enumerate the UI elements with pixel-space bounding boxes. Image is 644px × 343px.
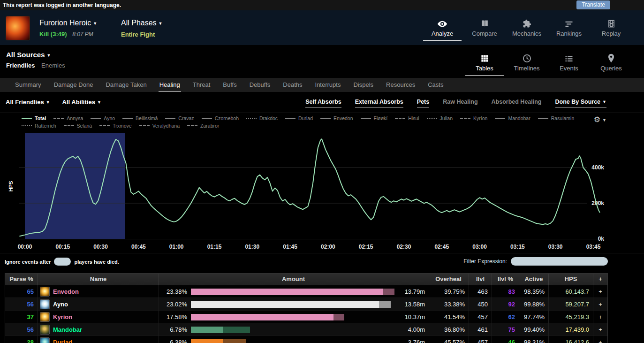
- column-header-ilvl[interactable]: Ilvl: [469, 274, 492, 285]
- chart-settings-button[interactable]: ⚙▼: [594, 115, 606, 124]
- legend-item[interactable]: Drakdoc: [246, 115, 278, 121]
- tab-damage-taken[interactable]: Damage Taken: [106, 78, 146, 92]
- expand-button[interactable]: +: [593, 298, 607, 311]
- column-header-name[interactable]: Name: [38, 274, 159, 285]
- nav-puzzle[interactable]: Mechanics: [506, 17, 548, 37]
- table-row[interactable]: 56Mandobar6.78%4.00m36.80%4617599.40%17,…: [5, 323, 607, 335]
- column-header-hps[interactable]: HPS: [549, 274, 593, 285]
- table-row[interactable]: 56Ayno23.02%13.58m33.38%4509299.88%59,20…: [5, 297, 607, 310]
- table-row[interactable]: 28Duriad6.38%3.76m45.57%4574698.31%16,41…: [5, 335, 607, 343]
- phase-dropdown[interactable]: All Phases▼: [121, 19, 163, 27]
- deaths-count-input[interactable]: [54, 258, 71, 266]
- friendlies-toggle[interactable]: Friendlies: [6, 62, 35, 69]
- column-header-ilvl[interactable]: Ilvl %: [492, 274, 519, 285]
- legend-label: Cravaz: [178, 115, 194, 121]
- player-name[interactable]: Envedon: [53, 288, 79, 295]
- legend-item[interactable]: Bellissimâ: [122, 115, 158, 121]
- legend-item[interactable]: Ayno: [91, 115, 115, 121]
- nav-rankings[interactable]: Rankings: [548, 17, 590, 37]
- player-name[interactable]: Duriad: [53, 339, 72, 343]
- abilities-filter-dropdown[interactable]: All Abilities▼: [62, 99, 101, 106]
- legend-item[interactable]: Julian: [427, 115, 453, 121]
- legend-item[interactable]: Cravaz: [165, 115, 194, 121]
- player-name[interactable]: Mandobar: [53, 326, 82, 333]
- toggle-pets[interactable]: Pets: [417, 99, 429, 107]
- amount-bar-absorb: [223, 339, 246, 343]
- view-pin[interactable]: Queries: [590, 52, 632, 72]
- translate-button[interactable]: Translate: [576, 0, 610, 9]
- enemies-toggle[interactable]: Enemies: [41, 62, 65, 69]
- column-header-expand[interactable]: +: [593, 274, 607, 285]
- active-percent: 99.88%: [519, 298, 549, 311]
- x-tick-label: 02:15: [359, 244, 373, 250]
- tab-summary[interactable]: Summary: [15, 78, 41, 92]
- legend-swatch: [202, 118, 212, 119]
- expand-button[interactable]: +: [593, 336, 607, 343]
- legend-item[interactable]: Trxmove: [99, 123, 131, 129]
- clock-icon: [523, 54, 531, 63]
- legend-item[interactable]: Zarabror: [187, 123, 219, 129]
- player-name-cell[interactable]: Kyríon: [38, 311, 159, 323]
- sources-dropdown[interactable]: All Sources▼: [6, 51, 51, 59]
- player-name[interactable]: Ayno: [53, 301, 68, 308]
- tab-resources[interactable]: Resources: [386, 78, 415, 92]
- phase-selector[interactable]: All Phases▼ Entire Fight: [121, 19, 163, 38]
- tab-dispels[interactable]: Dispels: [353, 78, 373, 92]
- toggle-external-absorbs[interactable]: External Absorbs: [355, 99, 403, 107]
- view-grid[interactable]: Tables: [463, 52, 506, 72]
- column-header-parse[interactable]: Parse %: [5, 274, 38, 285]
- selection-band[interactable]: [25, 133, 125, 239]
- legend-item[interactable]: Selanà: [64, 123, 92, 129]
- toggle-self-absorbs[interactable]: Self Absorbs: [305, 99, 341, 107]
- amount-cell: 6.38%3.76m: [159, 336, 428, 343]
- tab-deaths[interactable]: Deaths: [283, 78, 302, 92]
- legend-item[interactable]: Envedon: [320, 115, 353, 121]
- toggle-raw-healing[interactable]: Raw Healing: [443, 99, 477, 107]
- column-header-active[interactable]: Active: [519, 274, 549, 285]
- table-row[interactable]: 37Kyríon17.58%10.37m41.54%4576297.74%45,…: [5, 310, 607, 323]
- legend-item[interactable]: Czorneboh: [202, 115, 239, 121]
- tab-damage-done[interactable]: Damage Done: [54, 78, 93, 92]
- nav-eye[interactable]: Analyze: [421, 17, 463, 37]
- filter-expression-input[interactable]: [511, 257, 608, 266]
- nav-film[interactable]: Replay: [590, 17, 632, 37]
- toggle-absorbed-healing[interactable]: Absorbed Healing: [492, 99, 542, 107]
- expand-button[interactable]: +: [593, 311, 607, 323]
- tab-casts[interactable]: Casts: [428, 78, 443, 92]
- player-name-cell[interactable]: Duriad: [38, 336, 159, 343]
- legend-item[interactable]: Rasulamin: [538, 115, 575, 121]
- player-name-cell[interactable]: Ayno: [38, 298, 159, 311]
- nav-compare[interactable]: Compare: [463, 17, 506, 37]
- column-header-overheal[interactable]: Overheal: [428, 274, 469, 285]
- chart-legend: TotalAnnysaAynoBellissimâCravazCzorneboh…: [22, 115, 599, 129]
- boss-icon[interactable]: [6, 16, 30, 40]
- hps-chart[interactable]: 0k200k400k00:0000:1500:3000:4501:0001:15…: [0, 113, 644, 254]
- legend-item[interactable]: Annysa: [53, 115, 83, 121]
- fight-selector[interactable]: Furorion Heroic▼ Kill (3:49) 8:07 PM: [39, 19, 97, 38]
- tab-debuffs[interactable]: Debuffs: [250, 78, 271, 92]
- view-clock[interactable]: Timelines: [506, 52, 548, 72]
- column-header-amount[interactable]: Amount: [159, 274, 428, 285]
- tab-buffs[interactable]: Buffs: [223, 78, 236, 92]
- player-name-cell[interactable]: Mandobar: [38, 323, 159, 336]
- expand-button[interactable]: +: [593, 285, 607, 298]
- done-by-source-dropdown[interactable]: Done By Source▼: [555, 99, 606, 107]
- legend-item[interactable]: Fløøkí: [361, 115, 388, 121]
- player-name[interactable]: Kyríon: [53, 313, 72, 320]
- legend-item[interactable]: Hisui: [395, 115, 419, 121]
- fight-title[interactable]: Furorion Heroic▼: [39, 19, 97, 27]
- legend-item[interactable]: Mandobar: [495, 115, 530, 121]
- table-row[interactable]: 65Envedon23.38%13.79m39.75%4638398.35%60…: [5, 285, 607, 297]
- legend-item[interactable]: Duriad: [285, 115, 313, 121]
- expand-button[interactable]: +: [593, 323, 607, 336]
- tab-healing[interactable]: Healing: [159, 78, 180, 92]
- legend-item[interactable]: Total: [22, 115, 46, 121]
- friendlies-filter-dropdown[interactable]: All Friendlies▼: [6, 99, 50, 106]
- player-name-cell[interactable]: Envedon: [38, 285, 159, 298]
- legend-item[interactable]: Veralydhana: [139, 123, 180, 129]
- tab-interrupts[interactable]: Interrupts: [315, 78, 341, 92]
- view-list[interactable]: Events: [548, 52, 590, 72]
- tab-threat[interactable]: Threat: [193, 78, 211, 92]
- legend-item[interactable]: Kyríon: [460, 115, 487, 121]
- legend-item[interactable]: Ratterrich: [22, 123, 56, 129]
